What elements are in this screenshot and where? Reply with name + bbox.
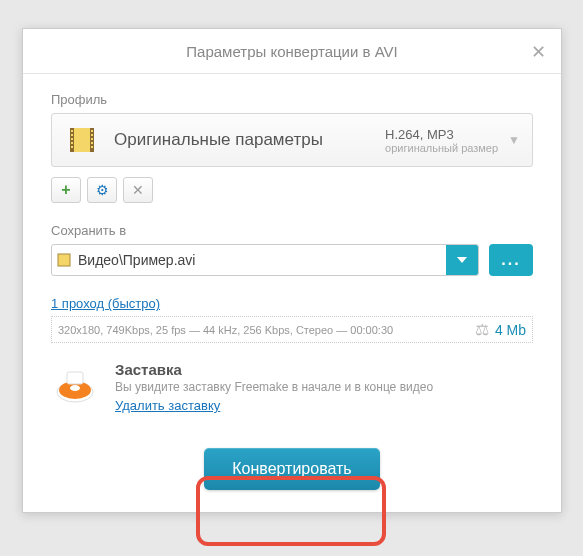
chevron-down-icon: ▼: [508, 133, 520, 147]
splash-desc: Вы увидите заставку Freemake в начале и …: [115, 380, 433, 394]
size-value: 4 Mb: [495, 322, 526, 338]
profile-label: Профиль: [51, 92, 533, 107]
remove-splash-link[interactable]: Удалить заставку: [115, 398, 220, 413]
close-icon[interactable]: ✕: [531, 41, 546, 63]
gear-icon: ⚙: [96, 182, 109, 198]
svg-rect-8: [91, 130, 93, 132]
film-icon: [64, 122, 100, 158]
svg-rect-7: [71, 146, 73, 148]
ellipsis-icon: ...: [501, 251, 520, 269]
svg-rect-9: [91, 134, 93, 136]
browse-button[interactable]: ...: [489, 244, 533, 276]
estimated-size: ⚖ 4 Mb: [475, 320, 526, 339]
svg-rect-4: [71, 134, 73, 136]
svg-point-16: [70, 385, 80, 391]
save-path-input[interactable]: Видео\Пример.avi: [51, 244, 479, 276]
settings-button[interactable]: ⚙: [87, 177, 117, 203]
profile-name: Оригинальные параметры: [114, 130, 385, 150]
tech-info: 320x180, 749Kbps, 25 fps — 44 kHz, 256 K…: [58, 324, 393, 336]
svg-rect-5: [71, 138, 73, 140]
plus-icon: +: [61, 181, 70, 199]
weight-icon: ⚖: [475, 320, 489, 339]
video-file-icon: [52, 252, 76, 268]
svg-rect-10: [91, 138, 93, 140]
convert-button[interactable]: Конвертировать: [204, 448, 379, 490]
splash-icon: [51, 364, 99, 412]
delete-profile-button[interactable]: ✕: [123, 177, 153, 203]
svg-rect-12: [91, 146, 93, 148]
save-to-label: Сохранить в: [51, 223, 533, 238]
conversion-dialog: Параметры конвертации в AVI ✕ Профиль Ор…: [22, 28, 562, 513]
pass-mode-link[interactable]: 1 проход (быстро): [51, 296, 160, 311]
svg-rect-3: [71, 130, 73, 132]
splash-section: Заставка Вы увидите заставку Freemake в …: [51, 361, 533, 414]
profile-selector[interactable]: Оригинальные параметры H.264, MP3 оригин…: [51, 113, 533, 167]
svg-rect-6: [71, 142, 73, 144]
svg-rect-13: [58, 254, 70, 266]
dialog-title: Параметры конвертации в AVI: [186, 43, 397, 60]
save-path-text: Видео\Пример.avi: [76, 252, 446, 268]
path-dropdown-button[interactable]: [446, 244, 478, 276]
svg-rect-11: [91, 142, 93, 144]
profile-codec: H.264, MP3: [385, 127, 498, 142]
add-profile-button[interactable]: +: [51, 177, 81, 203]
splash-title: Заставка: [115, 361, 433, 378]
profile-meta: H.264, MP3 оригинальный размер: [385, 127, 498, 154]
x-icon: ✕: [132, 182, 144, 198]
svg-rect-17: [67, 372, 83, 384]
profile-size-label: оригинальный размер: [385, 142, 498, 154]
dialog-header: Параметры конвертации в AVI ✕: [23, 29, 561, 74]
